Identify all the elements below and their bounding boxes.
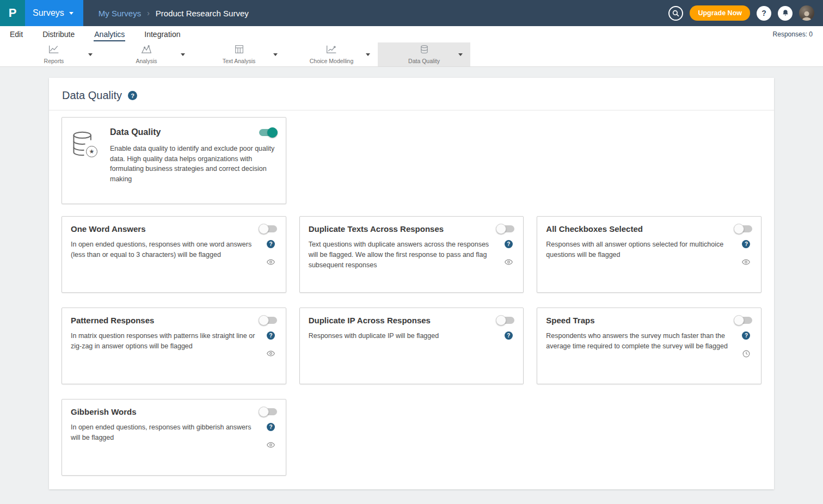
page-help-icon[interactable]: ? xyxy=(128,91,137,100)
tab-label: Choice Modelling xyxy=(310,58,354,64)
chevron-down-icon[interactable] xyxy=(458,53,463,56)
breadcrumb-my-surveys[interactable]: My Surveys xyxy=(99,9,141,18)
tab-label: Text Analysis xyxy=(223,58,256,64)
help-icon[interactable]: ? xyxy=(267,423,275,431)
all-checkboxes-toggle[interactable] xyxy=(734,225,752,232)
preview-eye-icon[interactable] xyxy=(742,259,750,266)
preview-eye-icon[interactable] xyxy=(267,259,275,266)
topbar-actions: Upgrade Now ? xyxy=(668,5,823,21)
data-quality-panel: Data Quality ? ★ Data xyxy=(49,78,774,489)
panel-header: Data Quality ? xyxy=(49,78,774,110)
card-title: Duplicate IP Across Responses xyxy=(309,316,431,325)
card-title: All Checkboxes Selected xyxy=(546,224,643,233)
preview-eye-icon[interactable] xyxy=(267,441,275,448)
line-chart-icon xyxy=(48,45,59,56)
tab-data-quality[interactable]: Data Quality xyxy=(378,42,470,66)
card-description: Responses with duplicate IP will be flag… xyxy=(309,331,498,341)
card-speed-traps: Speed Traps Respondents who answers the … xyxy=(537,308,761,384)
chevron-down-icon[interactable] xyxy=(181,53,185,56)
notifications-bell-icon[interactable] xyxy=(778,6,793,21)
table-icon xyxy=(235,45,244,56)
product-menu-label: Surveys xyxy=(33,8,64,18)
main-content: Data Quality ? ★ Data xyxy=(0,67,823,489)
card-gibberish-words: Gibberish Words In open ended questions,… xyxy=(62,399,286,476)
card-one-word-answers: One Word Answers In open ended questions… xyxy=(62,216,286,293)
data-quality-master-card: ★ Data Quality Enable data quality to id… xyxy=(62,117,286,204)
card-description: Text questions with duplicate answers ac… xyxy=(309,239,498,270)
cards-area: ★ Data Quality Enable data quality to id… xyxy=(49,110,774,490)
help-icon[interactable]: ? xyxy=(742,331,750,340)
chevron-down-icon[interactable] xyxy=(366,53,370,56)
tab-analysis[interactable]: Analysis xyxy=(100,42,193,66)
search-icon[interactable] xyxy=(668,6,683,21)
one-word-answers-toggle[interactable] xyxy=(259,225,277,232)
analytics-toolbar: Reports Analysis Text Analysis Choice Mo… xyxy=(0,42,823,67)
model-chart-icon xyxy=(326,45,337,56)
card-title: One Word Answers xyxy=(71,224,146,233)
card-description: In open ended questions, responses with … xyxy=(71,422,260,448)
data-quality-database-icon: ★ xyxy=(71,127,99,194)
clock-icon[interactable] xyxy=(742,350,750,358)
survey-nav: Edit Distribute Analytics Integration Re… xyxy=(0,26,823,42)
card-duplicate-ip: Duplicate IP Across Responses Responses … xyxy=(299,308,524,384)
breadcrumb-separator-icon: › xyxy=(147,9,150,17)
patterned-responses-toggle[interactable] xyxy=(259,317,277,324)
chevron-down-icon[interactable] xyxy=(88,53,93,56)
card-all-checkboxes: All Checkboxes Selected Responses with a… xyxy=(537,216,761,293)
preview-eye-icon[interactable] xyxy=(505,259,513,266)
card-title: Duplicate Texts Across Responses xyxy=(309,224,444,233)
preview-eye-icon[interactable] xyxy=(267,350,275,357)
responses-count: Responses: 0 xyxy=(773,30,813,38)
data-quality-toggle[interactable] xyxy=(259,129,277,136)
quality-checks-grid: One Word Answers In open ended questions… xyxy=(62,216,761,476)
area-chart-icon xyxy=(141,45,152,56)
help-icon[interactable]: ? xyxy=(742,240,750,248)
user-avatar[interactable] xyxy=(799,5,814,21)
nav-item-integration[interactable]: Integration xyxy=(144,27,181,41)
help-icon[interactable]: ? xyxy=(267,240,275,248)
card-duplicate-texts: Duplicate Texts Across Responses Text qu… xyxy=(299,216,524,293)
tab-choice-modelling[interactable]: Choice Modelling xyxy=(285,42,378,66)
upgrade-now-button[interactable]: Upgrade Now xyxy=(690,5,750,21)
breadcrumb-current-survey: Product Research Survey xyxy=(156,9,249,18)
help-icon[interactable]: ? xyxy=(757,6,771,21)
database-icon xyxy=(420,45,429,56)
card-patterned-responses: Patterned Responses In matrix question r… xyxy=(62,308,286,384)
tab-text-analysis[interactable]: Text Analysis xyxy=(193,42,285,66)
card-description: Enable data quality to identify and excl… xyxy=(110,144,277,184)
card-title: Speed Traps xyxy=(546,316,594,325)
duplicate-texts-toggle[interactable] xyxy=(496,225,514,232)
top-bar: P Surveys My Surveys › Product Research … xyxy=(0,0,823,26)
tab-reports[interactable]: Reports xyxy=(8,42,100,66)
card-description: Responses with all answer options select… xyxy=(546,239,735,266)
card-title: Data Quality xyxy=(110,127,161,137)
help-icon[interactable]: ? xyxy=(505,240,513,248)
nav-item-analytics[interactable]: Analytics xyxy=(94,27,125,41)
speed-traps-toggle[interactable] xyxy=(734,317,752,324)
quality-star-badge-icon: ★ xyxy=(86,146,97,157)
card-description: In open ended questions, responses with … xyxy=(71,239,260,266)
tab-label: Reports xyxy=(44,58,64,64)
chevron-down-icon[interactable] xyxy=(273,53,278,56)
card-title: Patterned Responses xyxy=(71,316,154,325)
gibberish-words-toggle[interactable] xyxy=(259,408,277,415)
help-icon[interactable]: ? xyxy=(267,331,275,340)
page-title: Data Quality xyxy=(62,89,122,102)
nav-item-distribute[interactable]: Distribute xyxy=(42,27,75,41)
card-description: In matrix question responses with patter… xyxy=(71,331,260,357)
questionpro-logo[interactable]: P xyxy=(0,0,25,26)
chevron-down-icon xyxy=(69,12,73,15)
tab-label: Analysis xyxy=(136,58,157,64)
product-menu-surveys[interactable]: Surveys xyxy=(25,0,83,26)
help-icon[interactable]: ? xyxy=(505,331,513,340)
duplicate-ip-toggle[interactable] xyxy=(496,317,514,324)
card-title: Gibberish Words xyxy=(71,407,137,416)
card-description: Respondents who answers the survey much … xyxy=(546,331,735,358)
tab-label: Data Quality xyxy=(408,58,440,64)
nav-item-edit[interactable]: Edit xyxy=(9,27,23,41)
breadcrumb: My Surveys › Product Research Survey xyxy=(99,9,249,18)
